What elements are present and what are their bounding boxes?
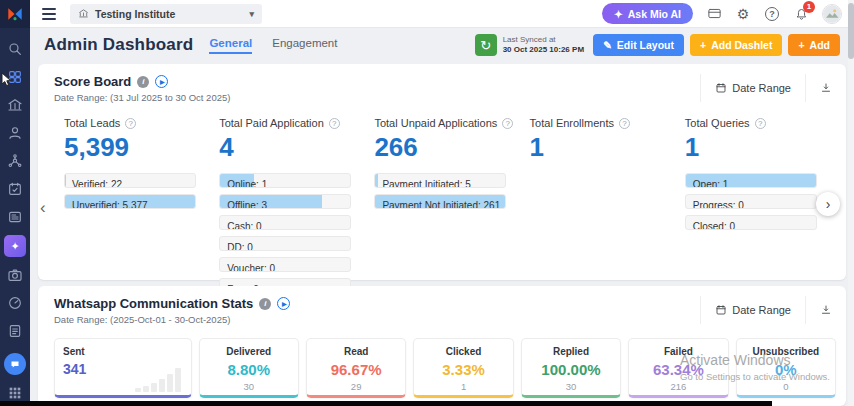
settings-gear-icon[interactable]: ⚙: [735, 6, 751, 22]
pencil-icon: ✎: [603, 39, 612, 51]
whatsapp-card-unsubscribed[interactable]: Unsubscribed0%0: [736, 338, 836, 398]
carousel-next-button[interactable]: ›: [816, 192, 840, 216]
whatsapp-card-count: 29: [315, 381, 397, 392]
metric-bar: Voucher: 0: [219, 257, 351, 272]
metric-value: 266: [374, 132, 523, 163]
date-range-label: Date Range: [732, 304, 791, 316]
sidebar-item-calendar[interactable]: [5, 179, 25, 199]
whatsapp-card-value: 96.67%: [315, 361, 397, 378]
sidebar-item-form[interactable]: [5, 321, 25, 341]
info-icon[interactable]: i: [259, 298, 271, 310]
sparkle-icon: ✦: [614, 8, 623, 20]
whatsapp-card-label: Failed: [637, 346, 719, 357]
whatsapp-card-read[interactable]: Read96.67%29: [306, 338, 406, 398]
calendar-icon: [715, 304, 727, 316]
whatsapp-card-value: 3.33%: [422, 361, 504, 378]
tab-general[interactable]: General: [209, 37, 252, 54]
scrollbar-thumb[interactable]: [848, 3, 854, 59]
help-icon[interactable]: ?: [755, 118, 766, 129]
vertical-scrollbar[interactable]: [848, 0, 854, 406]
camera-icon: [7, 267, 23, 283]
sidebar-item-camera[interactable]: [5, 265, 25, 285]
help-icon[interactable]: ?: [619, 118, 630, 129]
whatsapp-card-sent[interactable]: Sent341: [54, 338, 192, 398]
carousel-prev-button[interactable]: ‹: [40, 198, 46, 218]
whatsapp-card-count: 216: [637, 381, 719, 392]
wallet-icon[interactable]: [706, 6, 722, 22]
scoreboard-title-block: Score Board i ▶ Date Range: (31 Jul 2025…: [54, 74, 230, 103]
refresh-sync-button[interactable]: ↻: [475, 34, 497, 56]
sidebar-item-search[interactable]: [5, 39, 25, 59]
date-range-button[interactable]: Date Range: [700, 296, 805, 324]
date-range-button[interactable]: Date Range: [700, 74, 805, 102]
download-button[interactable]: [805, 296, 846, 324]
bottom-screen-strip: [0, 401, 772, 406]
whatsapp-card-failed[interactable]: Failed63.34%216: [628, 338, 728, 398]
institute-icon: [7, 97, 23, 113]
metric-value: 1: [530, 132, 679, 163]
metric-bar: Payment Not Initiated: 261: [374, 194, 506, 209]
metric-label: Total Enrollments?: [530, 117, 679, 129]
whatsapp-card-clicked[interactable]: Clicked3.33%1: [413, 338, 513, 398]
notifications-bell-icon[interactable]: 1: [793, 6, 809, 22]
scoreboard-header: Score Board i ▶ Date Range: (31 Jul 2025…: [54, 74, 846, 103]
whatsapp-card-label: Clicked: [422, 346, 504, 357]
last-synced-label: Last Synced at: [503, 35, 556, 44]
metric-total-paid-application: Total Paid Application?4Online: 1Offline…: [219, 117, 368, 299]
sidebar-item-apps-grid[interactable]: [5, 383, 25, 403]
add-dashlet-button[interactable]: + Add Dashlet: [690, 34, 782, 56]
metric-bar: Open: 1: [685, 173, 817, 188]
ask-mio-ai-label: Ask Mio AI: [628, 8, 681, 20]
hamburger-menu-button[interactable]: [40, 6, 58, 22]
whatsapp-card-count: 30: [530, 381, 612, 392]
help-icon[interactable]: ?: [764, 6, 780, 22]
sidebar-item-ai-sparkles[interactable]: ✦: [4, 235, 26, 257]
help-icon[interactable]: ?: [329, 118, 340, 129]
download-button[interactable]: [805, 74, 846, 102]
sidebar-item-gauge[interactable]: [5, 293, 25, 313]
header-actions: ↻ Last Synced at 30 Oct 2025 10:26 PM ✎ …: [475, 34, 840, 56]
gauge-icon: [7, 295, 23, 311]
whatsapp-title-row: Whatsapp Communication Stats i ▶: [54, 296, 290, 311]
info-icon[interactable]: i: [137, 76, 149, 88]
metric-bar-label: Progress: 0: [686, 200, 744, 209]
scoreboard-title: Score Board: [54, 74, 131, 89]
institute-selector-label: Testing Institute: [95, 8, 175, 20]
help-icon[interactable]: ?: [502, 118, 513, 129]
app-logo-icon: [5, 4, 25, 24]
metric-bar: Online: 1: [219, 173, 351, 188]
plus-icon: +: [798, 39, 804, 51]
institute-icon: [78, 8, 89, 19]
edit-layout-button[interactable]: ✎ Edit Layout: [593, 34, 684, 56]
metric-bar-label: Payment Initiated: 5: [375, 179, 470, 188]
play-tutorial-icon[interactable]: ▶: [155, 75, 168, 88]
metric-total-leads: Total Leads?5,399Verified: 22Unverified:…: [64, 117, 213, 299]
sidebar-item-user[interactable]: [5, 123, 25, 143]
metric-bar: Payment Initiated: 5: [374, 173, 506, 188]
metric-bar-label: Verified: 22: [65, 179, 122, 188]
scoreboard-card: Score Board i ▶ Date Range: (31 Jul 2025…: [38, 64, 846, 280]
scoreboard-metrics: Total Leads?5,399Verified: 22Unverified:…: [54, 117, 846, 299]
help-icon[interactable]: ?: [125, 118, 136, 129]
tab-engagement[interactable]: Engagement: [272, 37, 337, 54]
add-button[interactable]: + Add: [788, 34, 840, 56]
whatsapp-card-count: 0: [745, 381, 827, 392]
sidebar-item-dashboard[interactable]: [5, 67, 25, 87]
sidebar-item-institute[interactable]: [5, 95, 25, 115]
screen: ✦ Testing Institute ▾ ✦ Ask Mio AI ⚙: [0, 0, 854, 406]
sidebar-item-news[interactable]: [5, 207, 25, 227]
whatsapp-card-delivered[interactable]: Delivered8.80%30: [199, 338, 299, 398]
whatsapp-stats-card: Whatsapp Communication Stats i ▶ Date Ra…: [38, 286, 846, 406]
sidebar-item-team[interactable]: [5, 151, 25, 171]
app-logo[interactable]: [0, 0, 30, 28]
institute-selector[interactable]: Testing Institute ▾: [70, 4, 262, 24]
sidebar-item-chat-bubble[interactable]: [4, 353, 26, 375]
ask-mio-ai-button[interactable]: ✦ Ask Mio AI: [602, 3, 693, 24]
play-tutorial-icon[interactable]: ▶: [277, 297, 290, 310]
metric-label-text: Total Queries: [685, 117, 750, 129]
whatsapp-title-block: Whatsapp Communication Stats i ▶ Date Ra…: [54, 296, 290, 325]
avatar[interactable]: [822, 4, 842, 24]
download-icon: [820, 304, 832, 316]
whatsapp-card-replied[interactable]: Replied100.00%30: [521, 338, 621, 398]
content: Admin Dashboard General Engagement ↻ Las…: [30, 28, 854, 406]
